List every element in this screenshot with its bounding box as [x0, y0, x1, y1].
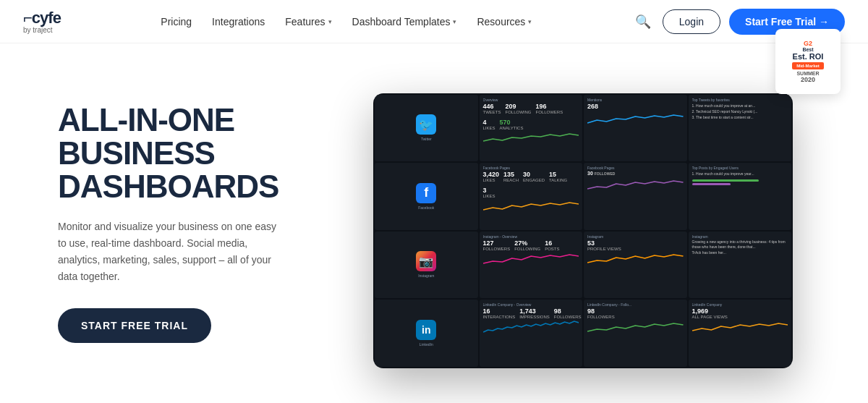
facebook-icon-cell: f Facebook [375, 163, 478, 230]
ig-metric3: 16 [545, 239, 559, 247]
facebook-top-posts-cell: Top Posts by Engaged Users 1. How much c… [689, 163, 792, 230]
instagram-reach-chart [587, 251, 684, 266]
ig-reach-val: 53 [587, 239, 684, 247]
login-button[interactable]: Login [663, 9, 720, 34]
g2-mid-market-label: Mid-Market [792, 62, 824, 69]
facebook-pages2-title: Facebook Pages [587, 166, 684, 170]
twitter-icon-cell: 🐦 Twitter [375, 95, 478, 162]
instagram-overview-title: Instagram - Overview [483, 234, 579, 239]
logo[interactable]: ⌐cyfe by traject [23, 9, 61, 34]
li-metric2: 1,743 [519, 307, 550, 315]
hero-visual: G2 Best Est. ROI Mid-Market SUMMER 2020 … [333, 43, 833, 403]
chevron-down-icon: ▾ [453, 18, 456, 25]
fb-metric5: 3 [483, 187, 495, 194]
instagram-icon-cell: 📷 Instagram [375, 232, 478, 299]
instagram-posts-title: Instagram [692, 234, 788, 239]
fb-metric3: 30 [523, 171, 545, 178]
linkedin-overview-cell: LinkedIn Company - Overview 16INTERACTIO… [480, 300, 583, 367]
g2-badge: G2 Best Est. ROI Mid-Market SUMMER 2020 [775, 29, 841, 94]
fb-pages2-val: 30 FOLLOWED [587, 171, 684, 176]
twitter-tweet2: 2. Technical SEO report Nancy Lynski (..… [692, 109, 788, 114]
twitter-overview-chart [483, 130, 579, 145]
twitter-tweet3: 3. The best time to start a content str.… [692, 114, 788, 120]
twitter-metric1: 446 [483, 103, 501, 110]
fb-metric1: 3,420 [483, 171, 500, 178]
facebook-pages2-cell: Facebook Pages 30 FOLLOWED [584, 163, 687, 230]
search-button[interactable]: 🔍 [632, 11, 654, 33]
dashboard-grid: 🐦 Twitter Overview 446TWEETS 209FOLLOWIN… [373, 93, 793, 368]
ig-post2: TrAck has been her... [692, 250, 788, 256]
linkedin-impressions-title: LinkedIn Company [692, 302, 788, 307]
li-metric3: 98 [554, 307, 582, 315]
instagram-label: Instagram [418, 273, 434, 278]
linkedin-impressions-cell: LinkedIn Company 1,969 ALL PAGE VIEWS [689, 300, 792, 367]
linkedin-overview-chart [483, 319, 579, 334]
instagram-overview-chart [483, 251, 579, 266]
li-impressions-val: 1,969 [692, 307, 788, 315]
twitter-icon: 🐦 [416, 114, 436, 135]
linkedin-followers-chart [587, 319, 684, 334]
facebook-pages-chart [483, 198, 579, 213]
twitter-top-tweets-cell: Top Tweets by favorites 1. How much coul… [689, 95, 792, 162]
chevron-down-icon: ▾ [328, 18, 332, 25]
nav-resources[interactable]: Resources ▾ [477, 16, 532, 27]
linkedin-impressions-chart [692, 319, 788, 334]
ig-post1: Growing a new agency into a thriving bus… [692, 239, 788, 250]
li-followers-val: 98 [587, 307, 684, 315]
instagram-metric2-cell: Instagram 53 PROFILE VIEWS [584, 232, 687, 299]
hero-title: ALL-IN-ONE BUSINESS DASHBOARDS [58, 103, 333, 204]
g2-year-label: 2020 [801, 76, 815, 83]
fb-metric4: 15 [549, 171, 567, 178]
nav-links: Pricing Integrations Features ▾ Dashboar… [161, 16, 532, 27]
twitter-mentions-val: 268 [587, 103, 684, 110]
twitter-top-tweets-title: Top Tweets by favorites [692, 98, 788, 102]
nav-pricing[interactable]: Pricing [161, 16, 192, 27]
twitter-overview-title: Overview [483, 98, 579, 102]
chevron-down-icon: ▾ [528, 18, 532, 25]
linkedin-label: LinkedIn [420, 342, 433, 347]
instagram-posts-cell: Instagram Growing a new agency into a th… [689, 232, 792, 299]
twitter-metric4: 4 [483, 119, 495, 126]
facebook-pages-cell: Facebook Pages 3,420LIKES 135REACH 30ENG… [480, 163, 583, 230]
fb-bar2 [692, 183, 731, 185]
twitter-mentions-title: Mentions [587, 98, 684, 102]
twitter-mentions-chart [587, 110, 684, 124]
ig-metric1: 127 [483, 239, 511, 247]
hero-content: ALL-IN-ONE BUSINESS DASHBOARDS Monitor a… [58, 103, 333, 343]
facebook-icon: f [416, 183, 436, 203]
twitter-mentions-cell: Mentions 268 [584, 95, 687, 162]
navigation: ⌐cyfe by traject Pricing Integrations Fe… [0, 0, 868, 43]
fb-bar1 [692, 179, 760, 182]
twitter-overview-cell: Overview 446TWEETS 209FOLLOWING 196FOLLO… [480, 95, 583, 162]
twitter-metric3: 196 [536, 103, 563, 110]
facebook-label: Facebook [418, 205, 434, 210]
nav-dashboard-templates[interactable]: Dashboard Templates ▾ [352, 16, 457, 27]
facebook-pages-title: Facebook Pages [483, 166, 579, 170]
linkedin-icon-cell: in LinkedIn [375, 300, 478, 367]
nav-integrations[interactable]: Integrations [212, 16, 265, 27]
start-trial-button[interactable]: START FREE TRIAL [58, 308, 211, 343]
fb-metric2: 135 [503, 171, 519, 178]
hero-description: Monitor and visualize your business on o… [58, 219, 282, 285]
li-metric1: 16 [483, 307, 516, 315]
twitter-label: Twitter [421, 137, 432, 141]
g2-logo-text: G2 [804, 40, 812, 47]
instagram-overview-cell: Instagram - Overview 127FOLLOWERS 27%FOL… [480, 232, 583, 299]
twitter-tweet1: 1. How much could you improve at an... [692, 103, 788, 109]
linkedin-overview-title: LinkedIn Company - Overview [483, 302, 579, 307]
linkedin-followers-cell: LinkedIn Company - Follo... 98 FOLLOWERS [584, 300, 687, 367]
g2-best-label: Best [802, 47, 813, 52]
nav-features[interactable]: Features ▾ [285, 16, 331, 27]
instagram-metric2-title: Instagram [587, 234, 684, 239]
g2-summer-label: SUMMER [796, 71, 819, 76]
facebook-pages2-chart [587, 176, 684, 190]
twitter-metric5: 570 [500, 119, 524, 126]
instagram-icon: 📷 [416, 251, 436, 271]
linkedin-followers-title: LinkedIn Company - Follo... [587, 302, 684, 307]
fb-post1: 1. How much could you improve year... [692, 171, 788, 177]
dashboard-preview: 🐦 Twitter Overview 446TWEETS 209FOLLOWIN… [373, 93, 793, 368]
hero-section: ALL-IN-ONE BUSINESS DASHBOARDS Monitor a… [0, 43, 868, 403]
logo-mark: ⌐cyfe [23, 9, 61, 27]
ig-metric2: 27% [514, 239, 540, 247]
facebook-top-posts-title: Top Posts by Engaged Users [692, 166, 788, 170]
